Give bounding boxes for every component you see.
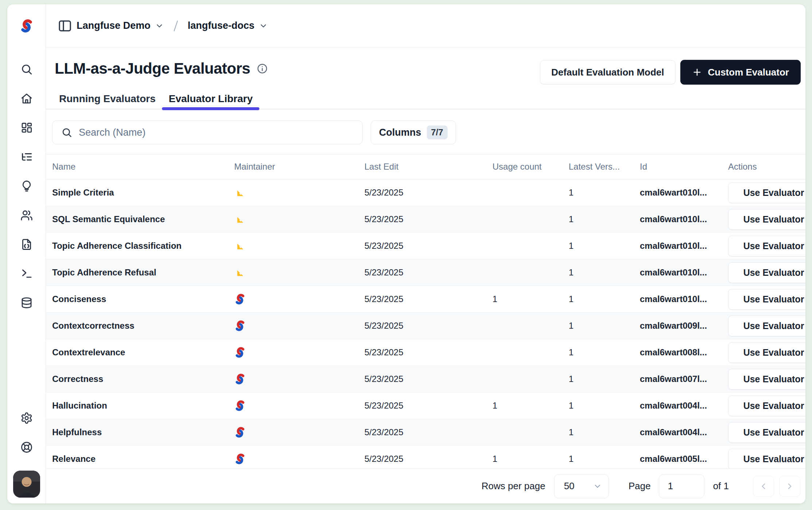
use-evaluator-button[interactable]: Use Evaluator <box>728 209 805 230</box>
use-evaluator-button[interactable]: Use Evaluator <box>728 449 805 469</box>
table-row[interactable]: Relevance 5/23/2025 1 1 cmal6wart005l...… <box>46 446 805 468</box>
langfuse-icon <box>234 347 246 358</box>
search-box <box>52 120 363 144</box>
table-row[interactable]: Hallucination 5/23/2025 1 1 cmal6wart004… <box>46 393 805 419</box>
columns-button[interactable]: Columns 7/7 <box>371 120 456 144</box>
use-evaluator-button[interactable]: Use Evaluator <box>728 262 805 283</box>
maintainer-cell <box>234 373 246 385</box>
table-header: Name Maintainer Last Edit Usage count La… <box>46 154 805 179</box>
breadcrumb-project[interactable]: langfuse-docs <box>188 20 255 31</box>
evaluator-name: SQL Semantic Equivalence <box>52 214 234 224</box>
latest-version-cell: 1 <box>569 347 640 358</box>
chevron-down-icon <box>593 482 602 491</box>
id-cell: cmal6wart010l... <box>640 188 728 198</box>
dashboards-icon[interactable] <box>20 121 33 134</box>
users-icon[interactable] <box>20 209 33 222</box>
page-number-input[interactable]: 1 <box>659 474 704 498</box>
sidebar-bottom <box>13 412 40 503</box>
latest-version-cell: 1 <box>569 427 640 437</box>
table-row[interactable]: Helpfulness 5/23/2025 1 cmal6wart004l...… <box>46 419 805 446</box>
table-row[interactable]: SQL Semantic Equivalence 5/23/2025 1 cma… <box>46 206 805 233</box>
chevron-down-icon[interactable] <box>155 22 164 30</box>
langfuse-icon <box>234 426 246 438</box>
latest-version-cell: 1 <box>569 374 640 384</box>
last-edit-cell: 5/23/2025 <box>364 188 492 198</box>
last-edit-cell: 5/23/2025 <box>364 321 492 331</box>
rows-per-page-select[interactable]: 50 <box>554 474 609 498</box>
datasets-icon[interactable] <box>20 296 33 309</box>
table-row[interactable]: Contextrelevance 5/23/2025 1 cmal6wart00… <box>46 339 805 366</box>
search-input[interactable] <box>79 127 353 138</box>
usage-count-cell: 1 <box>492 401 569 411</box>
table-row[interactable]: Topic Adherence Classification 5/23/2025… <box>46 233 805 259</box>
id-cell: cmal6wart008l... <box>640 347 728 358</box>
id-cell: cmal6wart010l... <box>640 267 728 278</box>
id-cell: cmal6wart005l... <box>640 454 728 464</box>
latest-version-cell: 1 <box>569 321 640 331</box>
evaluator-name: Correctness <box>52 374 234 384</box>
usage-count-cell: 1 <box>492 454 569 464</box>
custom-evaluator-button[interactable]: Custom Evaluator <box>680 60 801 85</box>
langfuse-icon <box>234 400 246 412</box>
id-cell: cmal6wart004l... <box>640 427 728 437</box>
table-row[interactable]: Topic Adherence Refusal 5/23/2025 1 cmal… <box>46 259 805 286</box>
evaluator-name: Simple Criteria <box>52 188 234 198</box>
prompts-icon[interactable] <box>20 238 33 251</box>
latest-version-cell: 1 <box>569 401 640 411</box>
latest-version-cell: 1 <box>569 241 640 251</box>
support-lifebuoy-icon[interactable] <box>20 441 33 454</box>
langfuse-icon <box>234 320 246 332</box>
use-evaluator-button[interactable]: Use Evaluator <box>728 369 805 390</box>
last-edit-cell: 5/23/2025 <box>364 401 492 411</box>
info-icon[interactable] <box>257 63 268 74</box>
use-evaluator-button[interactable]: Use Evaluator <box>728 422 805 443</box>
home-icon[interactable] <box>20 92 33 105</box>
next-page-button[interactable] <box>779 476 800 497</box>
use-evaluator-button[interactable]: Use Evaluator <box>728 342 805 363</box>
evaluation-icon[interactable] <box>20 179 33 193</box>
last-edit-cell: 5/23/2025 <box>364 267 492 278</box>
previous-page-button[interactable] <box>753 476 774 497</box>
latest-version-cell: 1 <box>569 294 640 304</box>
content: LLM-as-a-Judge Evaluators Default Evalua… <box>46 47 805 503</box>
last-edit-cell: 5/23/2025 <box>364 347 492 358</box>
evaluator-name: Hallucination <box>52 401 234 411</box>
ragas-icon <box>234 213 246 225</box>
maintainer-cell <box>234 240 246 252</box>
user-avatar[interactable] <box>13 471 40 498</box>
plus-icon <box>692 67 702 77</box>
page-title: LLM-as-a-Judge Evaluators <box>55 60 250 77</box>
table-row[interactable]: Simple Criteria 5/23/2025 1 cmal6wart010… <box>46 179 805 206</box>
latest-version-cell: 1 <box>569 267 640 278</box>
use-evaluator-button[interactable]: Use Evaluator <box>728 316 805 336</box>
rows-per-page-label: Rows per page <box>482 480 545 492</box>
maintainer-cell <box>234 187 246 198</box>
search-icon[interactable] <box>20 63 33 76</box>
maintainer-cell <box>234 320 246 332</box>
table-row[interactable]: Conciseness 5/23/2025 1 1 cmal6wart010l.… <box>46 286 805 313</box>
table-body: Simple Criteria 5/23/2025 1 cmal6wart010… <box>46 179 805 468</box>
use-evaluator-button[interactable]: Use Evaluator <box>728 236 805 256</box>
sidebar <box>7 4 46 503</box>
chevron-right-icon <box>785 482 794 491</box>
tab-bar: Running Evaluators Evaluator Library <box>46 89 805 109</box>
tab-running-evaluators[interactable]: Running Evaluators <box>53 89 162 109</box>
table-row[interactable]: Contextcorrectness 5/23/2025 1 cmal6wart… <box>46 313 805 339</box>
sidebar-toggle-icon[interactable] <box>58 19 72 33</box>
column-header-latest-version: Latest Vers... <box>569 162 640 172</box>
tab-evaluator-library[interactable]: Evaluator Library <box>162 89 259 109</box>
playground-terminal-icon[interactable] <box>20 267 33 280</box>
evaluator-name: Conciseness <box>52 294 234 304</box>
tracing-icon[interactable] <box>20 150 33 163</box>
last-edit-cell: 5/23/2025 <box>364 454 492 464</box>
use-evaluator-button[interactable]: Use Evaluator <box>728 395 805 416</box>
settings-gear-icon[interactable] <box>20 412 33 425</box>
ragas-icon <box>234 267 246 278</box>
use-evaluator-button[interactable]: Use Evaluator <box>728 289 805 310</box>
default-evaluation-model-button[interactable]: Default Evaluation Model <box>540 60 675 84</box>
langfuse-icon <box>234 293 246 305</box>
use-evaluator-button[interactable]: Use Evaluator <box>728 182 805 203</box>
breadcrumb-organization[interactable]: Langfuse Demo <box>77 20 151 31</box>
table-row[interactable]: Correctness 5/23/2025 1 cmal6wart007l...… <box>46 366 805 393</box>
chevron-down-icon[interactable] <box>259 22 268 30</box>
